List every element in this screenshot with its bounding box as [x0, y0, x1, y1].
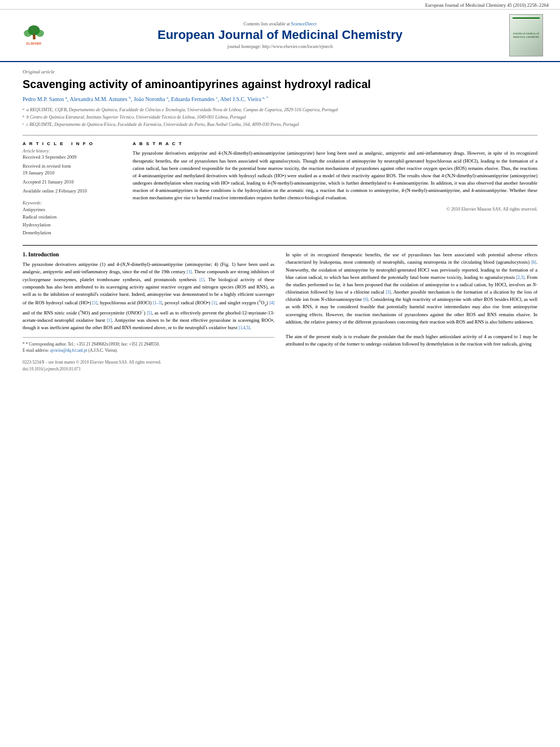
footnote-area: * * Corresponding author. Tel.: +351 21 … — [23, 337, 274, 354]
keyword-4: Demethylation — [23, 229, 121, 237]
article-body: A R T I C L E I N F O Article history: R… — [23, 141, 537, 237]
article-type: Original article — [23, 69, 537, 75]
accepted-value: Accepted 21 January 2010 — [23, 179, 121, 186]
abstract-title: A B S T R A C T — [133, 141, 537, 146]
sciencedirect-label: Contents lists available at ScienceDirec… — [62, 21, 498, 27]
email-label: E-mail address: — [23, 348, 49, 353]
section-divider-top — [23, 135, 537, 136]
abstract-column: A B S T R A C T The pyrazolone derivativ… — [133, 141, 537, 237]
keyword-1: Antipyrines — [23, 206, 121, 214]
sciencedirect-link[interactable]: ScienceDirect — [291, 21, 317, 27]
keywords-section: Keywords: Antipyrines Radical oxidation … — [23, 200, 121, 237]
email-address: ajvieira@dq.fct.unl.pt — [50, 348, 88, 353]
svg-point-2 — [24, 29, 32, 36]
author-joao: João Noronha a — [134, 96, 168, 102]
elsevier-logo: ELSEVIER — [16, 24, 53, 47]
intro-left-text: The pyrazolone derivatives antipyrine (1… — [23, 261, 274, 331]
email-suffix: (A.J.S.C. Vieira). — [88, 348, 117, 353]
svg-point-3 — [36, 29, 43, 36]
affiliation-a: aa REQUIMTE, CQFB, Departamento de Quími… — [23, 107, 537, 113]
section-1-heading: 1. Introduction — [23, 251, 274, 257]
two-col-body: 1. Introduction The pyrazolone derivativ… — [23, 251, 537, 373]
available-value: Available online 2 February 2010 — [23, 188, 121, 195]
received-value: Received 3 September 2009 — [23, 154, 121, 161]
article-title: Scavenging activity of aminoantipyrines … — [23, 77, 537, 91]
keyword-2: Radical oxidation — [23, 213, 121, 221]
journal-title: European Journal of Medicinal Chemistry — [62, 28, 498, 42]
author-eduarda: Eduarda Fernandes c — [171, 96, 218, 102]
page-wrapper: European Journal of Medicinal Chemistry … — [0, 0, 560, 747]
affiliations: aa REQUIMTE, CQFB, Departamento de Quími… — [23, 107, 537, 128]
journal-cover-image — [509, 14, 543, 56]
article-info-column: A R T I C L E I N F O Article history: R… — [23, 141, 121, 237]
article-info-title: A R T I C L E I N F O — [23, 141, 121, 146]
author-abel: Abel J.S.C. Vieira a, * — [220, 96, 268, 102]
authors-line: Pedro M.P. Santos a, Alexandra M.M. Antu… — [23, 95, 537, 103]
footer-doi: doi:10.1016/j.ejmech.2010.01.071 — [23, 366, 274, 373]
revised-label: Received in revised form 19 January 2010 — [23, 163, 121, 177]
body-right-col: In spite of its recognized therapeutic b… — [286, 251, 537, 373]
journal-header-right — [504, 14, 549, 56]
journal-header-left: ELSEVIER — [11, 24, 56, 47]
body-left-col: 1. Introduction The pyrazolone derivativ… — [23, 251, 274, 373]
keyword-3: Hydroxylation — [23, 221, 121, 229]
author-pedro: Pedro M.P. Santos a — [23, 96, 67, 102]
svg-text:ELSEVIER: ELSEVIER — [26, 41, 41, 45]
journal-header-center: Contents lists available at ScienceDirec… — [62, 21, 498, 49]
keywords-label: Keywords: — [23, 200, 121, 206]
affiliation-c: cc REQUIMTE, Departamento de Química-Fís… — [23, 121, 537, 128]
copyright-line: © 2010 Elsevier Masson SAS. All rights r… — [133, 207, 537, 212]
author-alexandra: Alexandra M.M. Antunes b — [69, 96, 130, 102]
journal-header: ELSEVIER Contents lists available at Sci… — [0, 10, 560, 62]
svg-rect-4 — [33, 34, 35, 39]
page-footer: 0223-5234/$ – see front matter © 2010 El… — [23, 359, 274, 373]
article-history-label: Article history: — [23, 148, 121, 154]
body-divider — [23, 245, 537, 246]
affiliation-b: bb Centro de Química Estrutural, Institu… — [23, 114, 537, 121]
intro-right-text: In spite of its recognized therapeutic b… — [286, 251, 537, 348]
main-content: Original article Scavenging activity of … — [0, 62, 560, 384]
abstract-text: The pyrazolone derivatives antipyrine an… — [133, 150, 537, 202]
footer-issn: 0223-5234/$ – see front matter © 2010 El… — [23, 359, 274, 366]
footnote-text: * * Corresponding author. Tel.: +351 21 … — [23, 341, 274, 354]
journal-citation: European Journal of Medicinal Chemistry … — [425, 2, 549, 8]
journal-topbar: European Journal of Medicinal Chemistry … — [0, 0, 560, 10]
journal-homepage: journal homepage: http://www.elsevier.co… — [62, 44, 498, 49]
